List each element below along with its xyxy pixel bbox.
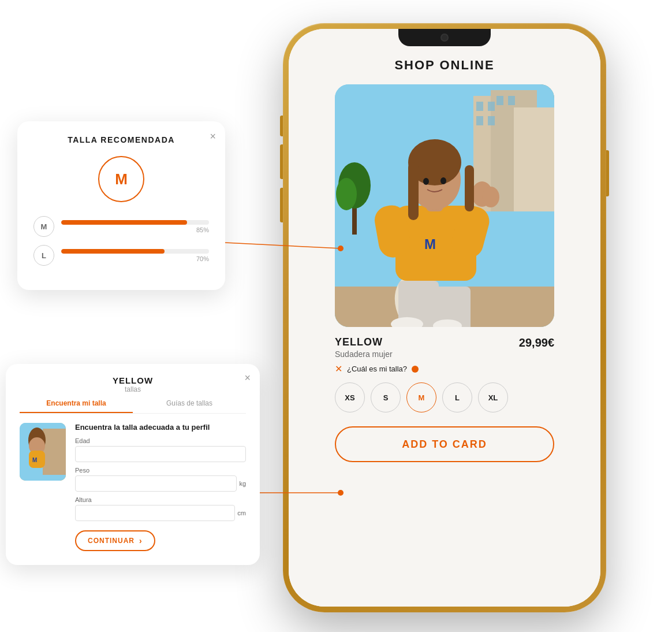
svg-point-12 (336, 178, 357, 210)
svg-rect-7 (488, 116, 495, 125)
svg-point-31 (440, 177, 446, 184)
size-finder-row[interactable]: ✕ ¿Cuál es mi talla? (335, 363, 554, 374)
phone-screen: SHOP ONLINE (289, 29, 600, 607)
phone-screen-container: SHOP ONLINE (289, 29, 600, 607)
edad-input-row (75, 446, 246, 462)
size-finder-x-icon: ✕ (335, 363, 342, 374)
camera (440, 34, 449, 42)
form-card-close-button[interactable]: × (244, 372, 251, 384)
altura-label: Altura (75, 496, 246, 503)
form-card-brand: YELLOW (20, 376, 246, 385)
svg-rect-3 (514, 107, 554, 211)
phone-notch (398, 29, 491, 46)
phone-mockup: SHOP ONLINE (283, 23, 606, 612)
form-card-subtitle: tallas (20, 385, 246, 393)
svg-rect-28 (408, 162, 419, 220)
form-fields: Encuentra la talla adecuada a tu perfil … (75, 423, 246, 551)
svg-point-32 (482, 187, 499, 207)
size-finder-text: ¿Cuál es mi talla? (347, 365, 407, 373)
size-xl[interactable]: XL (478, 382, 508, 412)
form-thumbnail: M (20, 423, 66, 481)
tab-guias-tallas[interactable]: Guías de tallas (133, 399, 246, 413)
sizes-row: XS S M L XL (335, 382, 554, 412)
bar-pct-l: 70% (61, 255, 209, 262)
peso-input[interactable] (75, 475, 237, 492)
continuar-arrow-icon: › (139, 536, 143, 545)
svg-rect-9 (508, 96, 515, 105)
svg-rect-38 (43, 429, 66, 475)
size-finder-dot (412, 366, 419, 373)
continuar-label: CONTINUAR (88, 537, 135, 545)
size-label-m: M (33, 216, 54, 237)
edad-label: Edad (75, 437, 246, 444)
bar-l: 70% (61, 249, 209, 262)
phone-button-vol-up (280, 144, 283, 179)
add-to-card-button[interactable]: ADD TO CARD (335, 426, 554, 462)
product-subtitle: Sudadera mujer (335, 350, 393, 359)
svg-point-30 (423, 178, 429, 185)
bar-fill-l (61, 249, 165, 254)
phone-button-power (606, 150, 609, 196)
peso-label: Peso (75, 467, 246, 474)
continuar-button[interactable]: CONTINUAR › (75, 530, 155, 551)
size-label-l: L (33, 245, 54, 266)
product-info: YELLOW Sudadera mujer 29,99€ (335, 327, 554, 363)
product-price: 29,99€ (519, 336, 554, 350)
size-xs[interactable]: XS (335, 382, 365, 412)
altura-unit: cm (237, 510, 246, 516)
svg-text:M: M (32, 457, 37, 463)
size-l[interactable]: L (442, 382, 472, 412)
yellow-form-card: × YELLOW tallas Encuentra mi talla Guías… (6, 364, 260, 565)
altura-input[interactable] (75, 505, 235, 521)
altura-input-row: cm (75, 505, 246, 521)
size-bar-l: L 70% (33, 245, 209, 266)
size-bar-m: M 85% (33, 216, 209, 237)
bar-fill-m (61, 220, 187, 225)
form-title: Encuentra la talla adecuada a tu perfil (75, 423, 246, 432)
tab-encuentra-talla[interactable]: Encuentra mi talla (20, 399, 133, 413)
bar-pct-m: 85% (61, 226, 209, 233)
svg-rect-4 (476, 102, 483, 111)
svg-rect-6 (476, 116, 483, 125)
product-illustration: M (335, 84, 554, 327)
size-rec-title: TALLA RECOMENDADA (33, 135, 209, 144)
size-recommendation-card: × TALLA RECOMENDADA M M 85% L 70% (17, 121, 225, 290)
recommended-size-circle: M (98, 156, 144, 202)
phone-button-silent (280, 116, 283, 136)
peso-unit: kg (239, 480, 246, 487)
svg-text:M: M (424, 236, 436, 252)
svg-rect-29 (465, 165, 474, 211)
shop-title: SHOP ONLINE (394, 58, 494, 73)
size-s[interactable]: S (371, 382, 401, 412)
phone-frame: SHOP ONLINE (283, 23, 606, 612)
form-tabs: Encuentra mi talla Guías de tallas (20, 399, 246, 414)
size-m[interactable]: M (406, 382, 436, 412)
bar-m: 85% (61, 220, 209, 233)
svg-rect-5 (488, 102, 495, 111)
svg-rect-8 (496, 96, 503, 105)
peso-input-row: kg (75, 475, 246, 492)
phone-button-vol-down (280, 188, 283, 222)
edad-input[interactable] (75, 446, 246, 462)
product-name: YELLOW (335, 336, 393, 348)
size-rec-close-button[interactable]: × (210, 131, 216, 143)
product-name-block: YELLOW Sudadera mujer (335, 336, 393, 359)
form-body: M Encuentra la talla adecuada a tu perfi… (20, 423, 246, 551)
product-image: M (335, 84, 554, 327)
